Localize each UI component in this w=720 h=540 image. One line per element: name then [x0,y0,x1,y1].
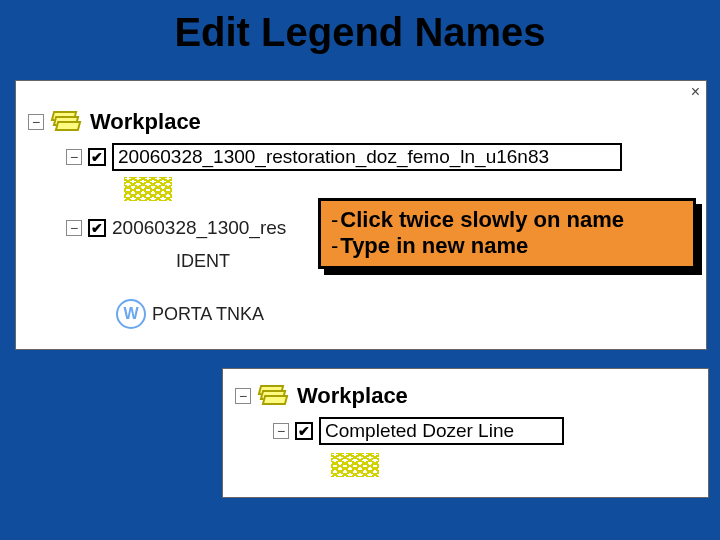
page-title: Edit Legend Names [0,10,720,55]
instruction-callout: -Click twice slowly on name -Type in new… [318,198,696,269]
tree-layer-row: − ✔ 20060328_1300_res [66,217,286,239]
layer-checkbox[interactable]: ✔ [295,422,313,440]
annotation-label: PORTA TNKA [152,304,264,325]
ident-label: IDENT [176,251,230,271]
layer-checkbox[interactable]: ✔ [88,148,106,166]
layer-name-input[interactable] [112,143,622,171]
callout-line-1: -Click twice slowly on name [331,207,683,233]
workplace-label: Workplace [297,383,408,409]
layer-symbol-hatch [124,177,172,201]
collapse-icon[interactable]: − [235,388,251,404]
legend-panel-after: − Workplace − ✔ [222,368,709,498]
tree-workplace-row: − Workplace [28,109,201,135]
layer-name-label[interactable]: 20060328_1300_res [112,217,286,239]
layer-name-input[interactable] [319,417,564,445]
collapse-icon[interactable]: − [28,114,44,130]
tree-workplace-row: − Workplace [235,383,408,409]
close-icon[interactable]: × [691,83,700,101]
collapse-icon[interactable]: − [66,220,82,236]
layer-symbol-hatch [331,453,379,477]
workplace-label: Workplace [90,109,201,135]
tree-layer-row: − ✔ [273,417,564,445]
layer-checkbox[interactable]: ✔ [88,219,106,237]
tree-layer-row: − ✔ [66,143,622,171]
callout-line-2: -Type in new name [331,233,683,259]
layers-icon [50,111,84,133]
annotation-icon: W [116,299,146,329]
tree-anno-row: W PORTA TNKA [116,299,264,329]
collapse-icon[interactable]: − [66,149,82,165]
collapse-icon[interactable]: − [273,423,289,439]
layers-icon [257,385,291,407]
